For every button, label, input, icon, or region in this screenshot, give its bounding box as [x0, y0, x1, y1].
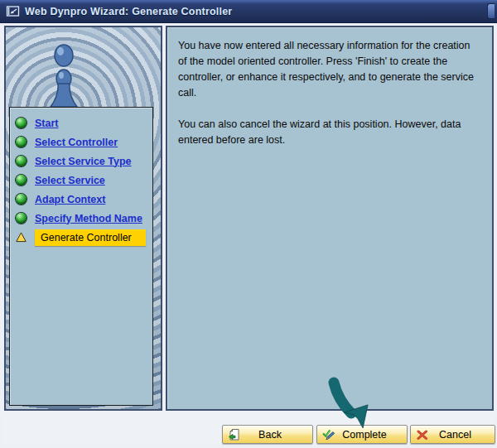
description-paragraph-2: You can also cancel the wizard at this p…	[178, 117, 481, 148]
wizard-step-adapt-context[interactable]: Adapt Context	[10, 190, 152, 209]
wizard-step-select-service-type[interactable]: Select Service Type	[10, 152, 152, 171]
green-check-pencil-icon	[322, 428, 335, 441]
wizard-step-start[interactable]: Start	[10, 113, 152, 132]
wizard-step-link[interactable]: Adapt Context	[35, 194, 105, 205]
window-title: Web Dynpro Wizard: Generate Controller	[25, 6, 232, 17]
step-done-icon	[16, 137, 27, 147]
cancel-button-label: Cancel	[429, 429, 490, 441]
active-step-label: Generate Controller	[35, 229, 146, 246]
step-done-icon	[16, 156, 27, 166]
wizard-step-link[interactable]: Select Controller	[35, 137, 118, 148]
cancel-button[interactable]: Cancel	[410, 425, 495, 444]
back-button-label: Back	[241, 429, 307, 441]
complete-button[interactable]: Complete	[316, 425, 408, 444]
wizard-steps-list: Start Select Controller Select Service T…	[9, 107, 153, 406]
water-droplet-image	[6, 27, 161, 107]
step-done-icon	[16, 118, 27, 128]
wizard-roadmap-panel: Start Select Controller Select Service T…	[4, 26, 162, 411]
back-page-icon	[228, 428, 241, 441]
titlebar-partial-button[interactable]	[487, 3, 495, 19]
back-button[interactable]: Back	[222, 425, 313, 444]
step-active-icon	[16, 232, 27, 243]
wizard-step-link[interactable]: Specify Method Name	[35, 213, 142, 224]
titlebar[interactable]: Web Dynpro Wizard: Generate Controller	[0, 0, 497, 23]
button-bar: Back Complete Cancel	[2, 412, 495, 445]
wizard-step-select-service[interactable]: Select Service	[10, 171, 152, 190]
wizard-description-panel: You have now entered all necessary infor…	[166, 26, 494, 411]
wizard-step-link[interactable]: Select Service	[35, 175, 105, 186]
step-done-icon	[16, 194, 27, 205]
wizard-step-link[interactable]: Start	[35, 118, 58, 129]
step-done-icon	[16, 213, 27, 224]
description-paragraph-1: You have now entered all necessary infor…	[178, 38, 481, 101]
complete-button-label: Complete	[335, 429, 402, 441]
wizard-dialog: Web Dynpro Wizard: Generate Controller S…	[0, 0, 497, 448]
wizard-step-link[interactable]: Select Service Type	[35, 156, 132, 167]
wizard-step-specify-method-name[interactable]: Specify Method Name	[10, 209, 152, 228]
wizard-step-select-controller[interactable]: Select Controller	[10, 132, 152, 152]
step-done-icon	[16, 175, 27, 185]
window-exit-icon	[6, 5, 20, 17]
wizard-step-generate-controller[interactable]: Generate Controller	[10, 228, 152, 247]
red-x-icon	[416, 428, 429, 441]
